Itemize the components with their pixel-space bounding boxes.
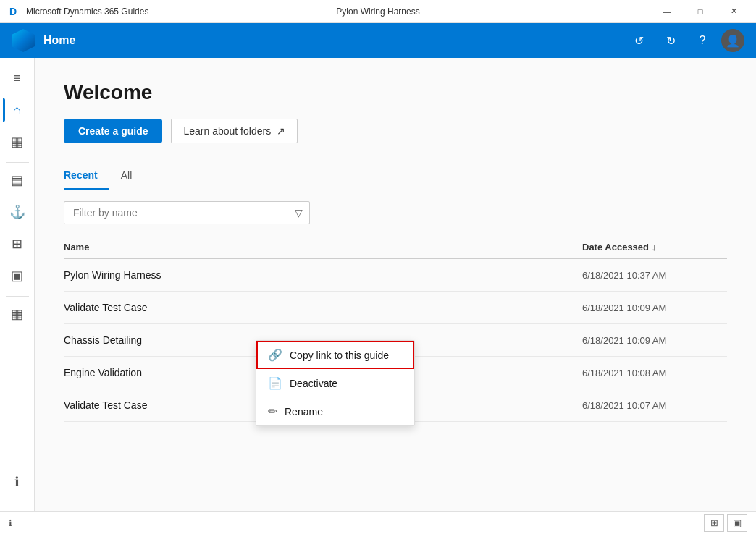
sidebar: ≡ ⌂ ▦ ▤ ⚓ ⊞ ▣ ▦ ℹ [0,58,35,511]
filter-bar: ▽ [64,201,727,224]
col-name-header: Name [64,242,582,253]
view-list-button[interactable]: ▣ [727,514,747,532]
learn-folders-label: Learn about folders [183,125,271,137]
create-guide-button[interactable]: Create a guide [64,119,162,143]
filter-input[interactable] [64,201,310,224]
sidebar-item-grid[interactable]: ⊞ [3,229,32,258]
navbar: Home ↺ ↻ ? 👤 [0,23,756,58]
row-date: 6/18/2021 10:09 AM [582,302,727,313]
col-date-label: Date Accessed [582,242,649,253]
table-row[interactable]: Validate Test Case 6/18/2021 10:09 AM [64,292,727,324]
sort-icon[interactable]: ↓ [652,242,657,253]
navbar-actions: ↺ ↻ ? 👤 [626,27,744,54]
sidebar-item-gallery[interactable]: ▦ [3,127,32,156]
context-menu-copy-link[interactable]: 🔗 Copy link to this guide [256,341,414,369]
app-logo [12,29,35,52]
doc-icon: ▤ [11,172,23,188]
copy-link-icon: 🔗 [268,348,282,362]
sidebar-item-home[interactable]: ⌂ [3,96,32,124]
view-grid-icon: ⊞ [710,517,718,528]
context-menu: 🔗 Copy link to this guide 📄 Deactivate ✏… [256,340,415,426]
tab-recent[interactable]: Recent [64,164,109,190]
sidebar-item-anchor[interactable]: ⚓ [3,198,32,226]
row-date: 6/18/2021 10:07 AM [582,400,727,411]
row-name: Validate Test Case [64,302,582,313]
minimize-button[interactable]: — [650,0,684,23]
anchor-icon: ⚓ [9,204,25,220]
context-menu-rename[interactable]: ✏ Rename [256,397,414,425]
redo-button[interactable]: ↻ [658,27,684,54]
tabs: Recent All [64,164,727,190]
content-area: Welcome Create a guide Learn about folde… [35,58,756,511]
deactivate-label: Deactivate [290,378,337,389]
close-button[interactable]: ✕ [717,0,750,23]
copy-link-label: Copy link to this guide [290,349,389,361]
external-link-icon: ↗ [277,125,285,137]
titlebar: D Microsoft Dynamics 365 Guides Pylon Wi… [0,0,756,23]
sidebar-item-layout[interactable]: ▣ [3,261,32,290]
statusbar: ℹ ⊞ ▣ [0,511,756,534]
sidebar-item-db[interactable]: ▦ [3,300,32,329]
layout-icon: ▣ [11,268,23,284]
sidebar-item-menu[interactable]: ≡ [3,64,32,93]
row-name: Pylon Wiring Harness [64,269,582,281]
info-icon: ℹ [14,474,20,490]
context-menu-deactivate[interactable]: 📄 Deactivate [256,369,414,397]
table-row[interactable]: Pylon Wiring Harness 6/18/2021 10:37 AM [64,259,727,292]
rename-icon: ✏ [268,404,277,418]
sidebar-item-info[interactable]: ℹ [3,467,32,496]
db-icon: ▦ [11,306,23,322]
menu-icon: ≡ [13,71,21,86]
action-buttons: Create a guide Learn about folders ↗ [64,119,727,143]
maximize-button[interactable]: □ [684,0,717,23]
app-icon: D [6,4,20,19]
filter-input-wrap: ▽ [64,201,310,224]
sidebar-item-doc[interactable]: ▤ [3,166,32,195]
row-date: 6/18/2021 10:09 AM [582,335,727,346]
col-date-header: Date Accessed ↓ [582,242,727,253]
avatar-icon: 👤 [726,34,740,48]
learn-folders-button[interactable]: Learn about folders ↗ [171,119,298,143]
table-header: Name Date Accessed ↓ [64,236,727,259]
statusbar-info-icon[interactable]: ℹ [9,518,12,528]
grid-icon: ⊞ [12,236,22,252]
rename-label: Rename [285,406,323,418]
statusbar-views: ⊞ ▣ [704,514,747,532]
main-layout: ≡ ⌂ ▦ ▤ ⚓ ⊞ ▣ ▦ ℹ Welc [0,58,756,511]
navbar-title: Home [43,34,626,47]
sidebar-divider-2 [6,296,29,297]
page-title: Welcome [64,81,727,104]
gallery-icon: ▦ [11,134,23,150]
undo-button[interactable]: ↺ [626,27,652,54]
home-icon: ⌂ [13,103,21,118]
deactivate-icon: 📄 [268,376,282,390]
view-list-icon: ▣ [733,517,742,528]
view-grid-button[interactable]: ⊞ [704,514,724,532]
row-date: 6/18/2021 10:37 AM [582,270,727,281]
row-date: 6/18/2021 10:08 AM [582,368,727,378]
sidebar-divider-1 [6,162,29,163]
window-controls: — □ ✕ [650,0,750,23]
help-button[interactable]: ? [689,27,715,54]
sidebar-bottom: ℹ [3,467,32,505]
user-avatar[interactable]: 👤 [721,29,744,52]
window-title: Pylon Wiring Harness [336,7,419,17]
tab-all[interactable]: All [109,164,144,190]
